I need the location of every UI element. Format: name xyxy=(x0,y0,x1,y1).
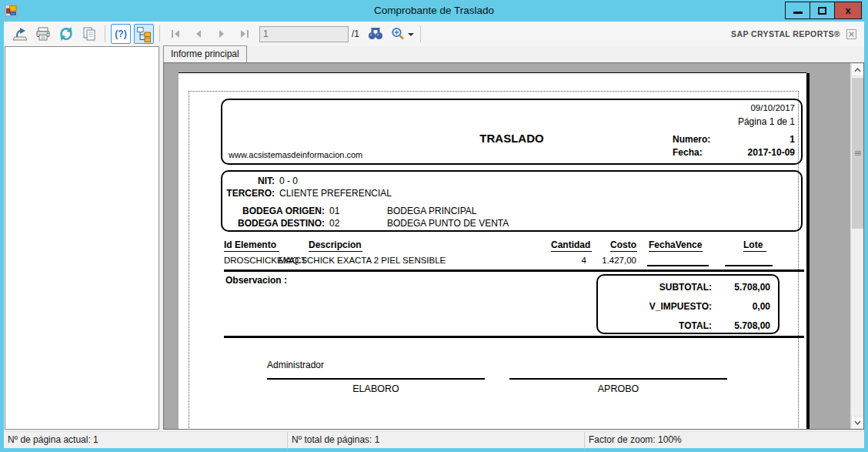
chevron-down-icon xyxy=(854,420,861,425)
status-current-page: Nº de página actual: 1 xyxy=(4,432,288,449)
fecha-value: 2017-10-09 xyxy=(748,147,795,158)
last-page-icon xyxy=(237,26,252,42)
scroll-up-button[interactable] xyxy=(851,63,864,76)
toolbar-separator xyxy=(105,25,105,42)
group-tree-icon xyxy=(135,25,152,42)
bodega-origen-name: BODEGA PRINCIPAL xyxy=(387,206,476,216)
page-total-label: /1 xyxy=(352,28,359,39)
elaboro-label: ELABORO xyxy=(267,383,485,394)
total-label: TOTAL: xyxy=(598,320,712,331)
scroll-thumb[interactable] xyxy=(852,78,863,229)
report-date: 09/10/2017 xyxy=(750,103,795,112)
report-header-box: 09/10/2017 Página 1 de 1 TRASLADO Numero… xyxy=(221,99,803,165)
aprobo-label: APROBO xyxy=(509,383,727,394)
parameters-toggle-button[interactable]: (?) xyxy=(111,24,131,44)
toolbar-separator xyxy=(159,25,160,42)
signature-name: Administrador xyxy=(267,360,324,370)
col-fechavence: FechaVence xyxy=(649,239,703,252)
close-icon: x xyxy=(845,5,850,15)
impuesto-value: 0,00 xyxy=(753,301,770,312)
zoom-dropdown-caret xyxy=(408,33,414,36)
minimize-icon xyxy=(793,12,803,14)
report-page-info: Página 1 de 1 xyxy=(738,116,795,127)
maximize-icon xyxy=(818,7,826,15)
tercero-label: TERCERO: xyxy=(224,188,275,199)
prev-page-icon xyxy=(191,26,206,42)
export-icon xyxy=(12,25,28,42)
scroll-down-button[interactable] xyxy=(851,416,864,429)
chevron-up-icon xyxy=(854,68,861,72)
col-lote: Lote xyxy=(743,239,766,252)
col-id-elemento: Id Elemento xyxy=(224,239,279,252)
app-window: Comprobante de Traslado x xyxy=(0,0,868,452)
next-page-button[interactable] xyxy=(212,24,232,44)
window-controls: x xyxy=(785,2,862,19)
nit-value: 0 - 0 xyxy=(279,176,298,186)
divider-line xyxy=(224,270,804,272)
copy-icon xyxy=(81,25,98,42)
refresh-icon xyxy=(58,25,75,42)
toolbar: (?) xyxy=(4,22,864,46)
tercero-value: CLIENTE PREFERENCIAL xyxy=(279,188,392,199)
find-button[interactable] xyxy=(366,24,386,44)
bodega-origen-label: BODEGA ORIGEN: xyxy=(224,206,325,216)
party-box: NIT: 0 - 0 TERCERO: CLIENTE PREFERENCIAL… xyxy=(221,170,803,232)
last-page-button[interactable] xyxy=(235,24,255,44)
totals-box: SUBTOTAL: 5.708,00 V_IMPUESTO: 0,00 TOTA… xyxy=(596,274,780,334)
nit-label: NIT: xyxy=(224,176,275,186)
subtotal-value: 5.708,00 xyxy=(734,282,770,293)
bodega-destino-code: 02 xyxy=(329,218,339,229)
brand-close-icon xyxy=(846,29,856,39)
binoculars-icon xyxy=(367,25,384,42)
report-title: TRASLADO xyxy=(222,132,801,145)
website-url: www.acsistemasdeinformacion.com xyxy=(229,150,362,159)
tab-label: Informe principal xyxy=(171,49,239,59)
cell-costo: 1.427,00 xyxy=(571,256,636,265)
page-shadow xyxy=(806,73,810,430)
page-number-input[interactable] xyxy=(259,26,349,42)
export-button[interactable] xyxy=(10,24,30,44)
group-tree-toggle-button[interactable] xyxy=(134,24,154,44)
prev-page-button[interactable] xyxy=(189,24,209,44)
titlebar: Comprobante de Traslado x xyxy=(0,0,868,22)
cell-fechavence-blank xyxy=(647,256,709,266)
zoom-button[interactable] xyxy=(389,24,415,44)
first-page-icon xyxy=(168,26,183,42)
parameters-icon: (?) xyxy=(115,28,126,39)
numero-label: Numero: xyxy=(673,134,710,145)
col-costo: Costo xyxy=(610,239,637,252)
status-total-pages: Nº total de páginas: 1 xyxy=(288,432,585,449)
crystal-reports-brand: SAP CRYSTAL REPORTS® xyxy=(731,29,840,39)
vertical-scrollbar[interactable] xyxy=(850,63,863,429)
bodega-destino-name: BODEGA PUNTO DE VENTA xyxy=(387,218,509,229)
close-button[interactable]: x xyxy=(835,2,861,18)
print-button[interactable] xyxy=(33,24,53,44)
signature-line-left xyxy=(267,378,485,380)
col-cantidad: Cantidad xyxy=(551,239,592,252)
print-icon xyxy=(35,25,52,42)
window-title: Comprobante de Traslado xyxy=(0,0,868,22)
observacion-label: Observacion : xyxy=(225,275,287,286)
bodega-origen-code: 01 xyxy=(329,206,339,216)
status-bar: Nº de página actual: 1 Nº total de págin… xyxy=(4,431,864,448)
col-descripcion: Descripcion xyxy=(309,239,362,252)
copy-button[interactable] xyxy=(79,24,99,44)
tab-informe-principal[interactable]: Informe principal xyxy=(163,45,247,62)
minimize-button[interactable] xyxy=(786,2,810,18)
refresh-button[interactable] xyxy=(56,24,76,44)
bodega-destino-label: BODEGA DESTINO: xyxy=(224,218,325,229)
cell-descripcion: MAQ.SCHICK EXACTA 2 PIEL SENSIBLE xyxy=(279,256,446,265)
fecha-label: Fecha: xyxy=(673,147,703,158)
next-page-icon xyxy=(214,26,229,42)
signature-line-right xyxy=(509,378,727,380)
status-zoom: Factor de zoom: 100% xyxy=(585,432,864,449)
numero-value: 1 xyxy=(790,134,795,145)
total-value: 5.708,00 xyxy=(734,320,770,331)
subtotal-label: SUBTOTAL: xyxy=(598,282,712,293)
impuesto-label: V_IMPUESTO: xyxy=(598,301,712,312)
toolbar-separator xyxy=(420,25,421,42)
first-page-button[interactable] xyxy=(165,24,185,44)
zoom-icon xyxy=(390,26,406,42)
maximize-button[interactable] xyxy=(810,2,835,18)
group-tree-panel xyxy=(5,46,159,430)
